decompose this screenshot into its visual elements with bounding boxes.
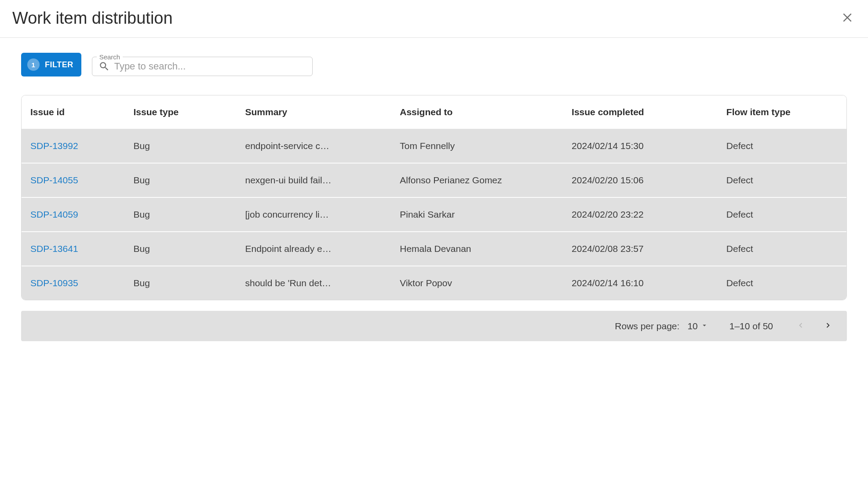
- dialog-header: Work item distribution: [0, 0, 868, 38]
- rows-per-page-select[interactable]: 10: [687, 321, 708, 331]
- cell-assigned-to: Alfonso Perianez Gomez: [391, 163, 563, 197]
- next-page-button[interactable]: [821, 319, 835, 333]
- cell-issue-id: SDP-10935: [22, 266, 124, 300]
- cell-issue-completed: 2024/02/20 23:22: [563, 197, 718, 232]
- cell-summary: [job concurrency li…: [237, 197, 391, 232]
- issue-id-link[interactable]: SDP-10935: [30, 278, 78, 288]
- cell-assigned-to: Pinaki Sarkar: [391, 197, 563, 232]
- cell-issue-id: SDP-14059: [22, 197, 124, 232]
- search-input[interactable]: [114, 61, 306, 72]
- chevron-right-icon: [823, 320, 833, 331]
- table-header-row: Issue id Issue type Summary Assigned to …: [22, 95, 846, 129]
- cell-issue-completed: 2024/02/20 15:06: [563, 163, 718, 197]
- cell-flow-item-type: Defect: [718, 232, 846, 266]
- cell-issue-type: Bug: [124, 232, 236, 266]
- cell-assigned-to: Viktor Popov: [391, 266, 563, 300]
- cell-issue-completed: 2024/02/08 23:57: [563, 232, 718, 266]
- cell-flow-item-type: Defect: [718, 129, 846, 164]
- cell-issue-completed: 2024/02/14 15:30: [563, 129, 718, 164]
- page-nav: [794, 319, 835, 333]
- issue-id-link[interactable]: SDP-14055: [30, 175, 78, 185]
- work-item-table: Issue id Issue type Summary Assigned to …: [21, 95, 847, 300]
- cell-issue-completed: 2024/02/14 16:10: [563, 266, 718, 300]
- table-row[interactable]: SDP-14059Bug[job concurrency li…Pinaki S…: [22, 197, 846, 232]
- pagination-bar: Rows per page: 10 1–10 of 50: [21, 311, 847, 341]
- cell-flow-item-type: Defect: [718, 266, 846, 300]
- search-field: Search: [92, 53, 313, 76]
- cell-summary: endpoint-service c…: [237, 129, 391, 164]
- issue-id-link[interactable]: SDP-14059: [30, 209, 78, 219]
- cell-assigned-to: Tom Fennelly: [391, 129, 563, 164]
- dialog-title: Work item distribution: [12, 9, 173, 28]
- cell-summary: Endpoint already e…: [237, 232, 391, 266]
- cell-flow-item-type: Defect: [718, 163, 846, 197]
- column-header-issue-type[interactable]: Issue type: [124, 95, 236, 129]
- table-row[interactable]: SDP-14055Bugnexgen-ui build fail…Alfonso…: [22, 163, 846, 197]
- cell-summary: nexgen-ui build fail…: [237, 163, 391, 197]
- column-header-assigned-to[interactable]: Assigned to: [391, 95, 563, 129]
- cell-issue-type: Bug: [124, 197, 236, 232]
- column-header-summary[interactable]: Summary: [237, 95, 391, 129]
- issue-id-link[interactable]: SDP-13992: [30, 141, 78, 151]
- cell-flow-item-type: Defect: [718, 197, 846, 232]
- filter-count-badge: 1: [27, 58, 40, 71]
- toolbar: 1 FILTER Search: [0, 38, 868, 76]
- search-icon: [98, 61, 110, 72]
- rows-per-page-label: Rows per page:: [615, 321, 679, 331]
- filter-button-label: FILTER: [45, 60, 73, 69]
- pagination-range: 1–10 of 50: [729, 321, 773, 331]
- filter-button[interactable]: 1 FILTER: [21, 53, 81, 76]
- chevron-left-icon: [796, 320, 806, 331]
- issue-id-link[interactable]: SDP-13641: [30, 244, 78, 254]
- close-icon: [842, 12, 853, 25]
- close-button[interactable]: [839, 9, 856, 27]
- rows-per-page: Rows per page: 10: [615, 321, 708, 331]
- cell-issue-id: SDP-14055: [22, 163, 124, 197]
- dialog: Work item distribution 1 FILTER Search: [0, 0, 868, 488]
- column-header-issue-id[interactable]: Issue id: [22, 95, 124, 129]
- cell-issue-type: Bug: [124, 129, 236, 164]
- cell-assigned-to: Hemala Devanan: [391, 232, 563, 266]
- rows-per-page-value: 10: [687, 321, 697, 331]
- cell-issue-id: SDP-13992: [22, 129, 124, 164]
- cell-issue-type: Bug: [124, 163, 236, 197]
- table-row[interactable]: SDP-10935Bugshould be 'Run det…Viktor Po…: [22, 266, 846, 300]
- table-row[interactable]: SDP-13992Bugendpoint-service c…Tom Fenne…: [22, 129, 846, 164]
- column-header-flow-item-type[interactable]: Flow item type: [718, 95, 846, 129]
- search-label: Search: [97, 53, 123, 61]
- cell-issue-type: Bug: [124, 266, 236, 300]
- column-header-issue-completed[interactable]: Issue completed: [563, 95, 718, 129]
- cell-summary: should be 'Run det…: [237, 266, 391, 300]
- previous-page-button[interactable]: [794, 319, 807, 333]
- dropdown-arrow-icon: [700, 321, 708, 331]
- table-row[interactable]: SDP-13641BugEndpoint already e…Hemala De…: [22, 232, 846, 266]
- cell-issue-id: SDP-13641: [22, 232, 124, 266]
